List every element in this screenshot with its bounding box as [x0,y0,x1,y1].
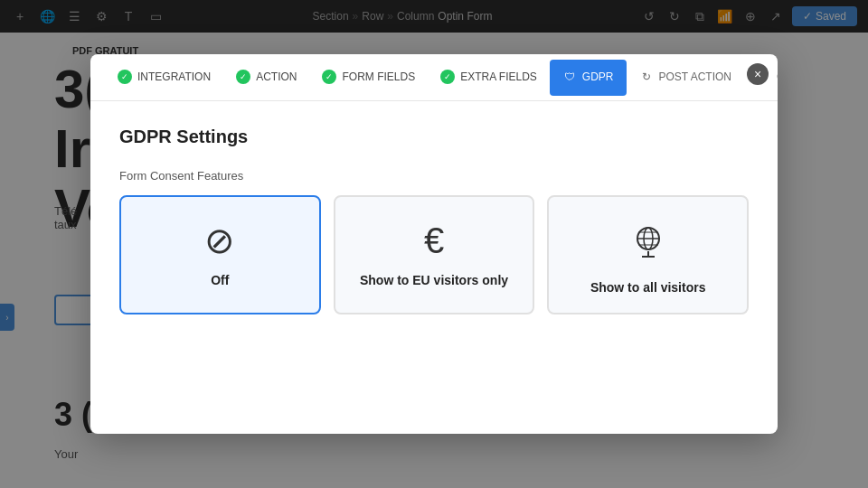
step-form-fields[interactable]: ✓ FORM FIELDS [309,54,428,101]
card-all-visitors-label: Show to all visitors [590,280,706,295]
step-complete-label: COMPLETE [777,70,778,83]
step-form-fields-label: FORM FIELDS [342,70,415,83]
step-action-label: ACTION [256,70,297,83]
step-extra-fields-check: ✓ [440,70,455,84]
card-eu-visitors-label: Show to EU visitors only [360,273,508,287]
modal-overlay: × ✓ INTEGRATION ✓ ACTION ✓ FORM FIELDS ✓… [0,0,868,488]
modal-title: GDPR Settings [119,127,749,147]
globe-visitors-icon [629,222,667,266]
card-eu-visitors[interactable]: € Show to EU visitors only [334,195,535,314]
step-post-action[interactable]: ↻ POST ACTION [627,54,744,101]
modal-body: GDPR Settings Form Consent Features ⊘ Of… [90,101,778,340]
step-action[interactable]: ✓ ACTION [223,54,309,101]
close-icon: × [754,68,761,80]
euro-icon: € [424,222,444,258]
card-off-label: Off [211,273,229,287]
consent-cards: ⊘ Off € Show to EU visitors only [119,195,749,314]
section-label: Form Consent Features [119,169,749,183]
step-integration-check: ✓ [118,70,132,84]
step-integration-label: INTEGRATION [137,70,211,83]
card-off[interactable]: ⊘ Off [119,195,321,314]
refresh-icon: ↻ [639,70,654,84]
step-integration[interactable]: ✓ INTEGRATION [105,54,223,101]
close-button[interactable]: × [747,63,769,85]
step-action-check: ✓ [236,70,250,84]
step-form-fields-check: ✓ [322,70,336,84]
step-gdpr[interactable]: 🛡 GDPR [550,60,627,96]
step-extra-fields[interactable]: ✓ EXTRA FIELDS [428,54,550,101]
card-all-visitors[interactable]: Show to all visitors [547,195,749,314]
step-post-action-label: POST ACTION [659,70,731,83]
off-icon: ⊘ [204,222,235,258]
step-extra-fields-label: EXTRA FIELDS [460,70,537,83]
step-gdpr-label: GDPR [582,70,614,83]
shield-icon: 🛡 [562,70,577,84]
steps-header: ✓ INTEGRATION ✓ ACTION ✓ FORM FIELDS ✓ E… [90,54,778,101]
modal: × ✓ INTEGRATION ✓ ACTION ✓ FORM FIELDS ✓… [90,54,778,434]
